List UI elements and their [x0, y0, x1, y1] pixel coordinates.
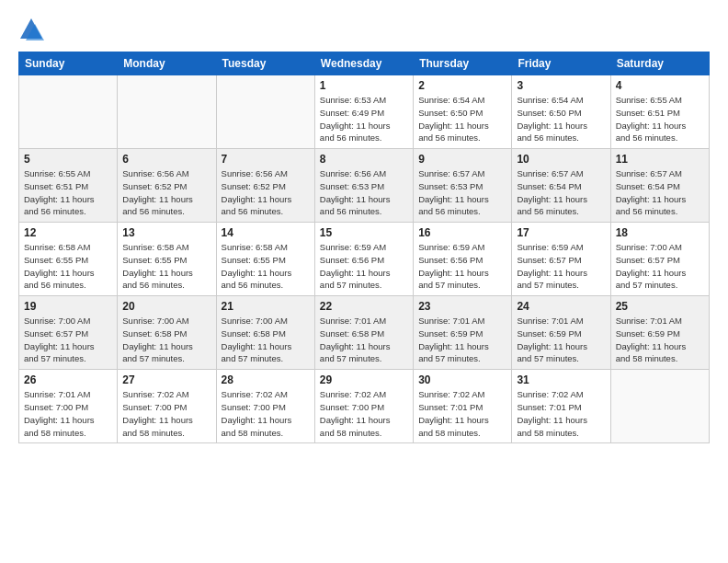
calendar-cell: 30Sunrise: 7:02 AMSunset: 7:01 PMDayligh… [414, 370, 512, 443]
calendar-cell: 25Sunrise: 7:01 AMSunset: 6:59 PMDayligh… [610, 296, 709, 370]
day-number: 2 [418, 79, 506, 92]
weekday-header-saturday: Saturday [610, 52, 709, 75]
calendar-cell: 17Sunrise: 6:59 AMSunset: 6:57 PMDayligh… [512, 223, 610, 296]
day-info: Sunrise: 6:56 AMSunset: 6:52 PMDaylight:… [122, 167, 210, 218]
calendar-week-1: 1Sunrise: 6:53 AMSunset: 6:49 PMDaylight… [19, 75, 710, 149]
calendar-cell: 20Sunrise: 7:00 AMSunset: 6:58 PMDayligh… [118, 296, 216, 370]
day-number: 24 [517, 300, 605, 313]
day-number: 23 [418, 300, 506, 313]
day-info: Sunrise: 7:02 AMSunset: 7:01 PMDaylight:… [418, 388, 506, 439]
day-number: 14 [222, 226, 310, 239]
weekday-header-tuesday: Tuesday [216, 52, 314, 75]
header [18, 17, 710, 42]
calendar-cell: 11Sunrise: 6:57 AMSunset: 6:54 PMDayligh… [610, 149, 709, 223]
day-number: 16 [418, 226, 506, 239]
day-info: Sunrise: 7:02 AMSunset: 7:00 PMDaylight:… [122, 388, 210, 439]
calendar-cell: 8Sunrise: 6:56 AMSunset: 6:53 PMDaylight… [314, 149, 413, 223]
calendar-cell: 2Sunrise: 6:54 AMSunset: 6:50 PMDaylight… [414, 75, 512, 149]
calendar-cell: 19Sunrise: 7:00 AMSunset: 6:57 PMDayligh… [19, 296, 118, 370]
day-info: Sunrise: 7:02 AMSunset: 7:00 PMDaylight:… [222, 388, 310, 439]
weekday-header-wednesday: Wednesday [314, 52, 413, 75]
day-number: 26 [24, 373, 112, 386]
day-info: Sunrise: 6:59 AMSunset: 6:57 PMDaylight:… [517, 241, 605, 292]
calendar-week-5: 26Sunrise: 7:01 AMSunset: 7:00 PMDayligh… [19, 370, 710, 443]
calendar-cell: 9Sunrise: 6:57 AMSunset: 6:53 PMDaylight… [414, 149, 512, 223]
day-number: 1 [320, 79, 408, 92]
day-number: 15 [320, 226, 408, 239]
logo [18, 17, 48, 42]
calendar-cell: 13Sunrise: 6:58 AMSunset: 6:55 PMDayligh… [118, 223, 216, 296]
day-number: 25 [616, 300, 704, 313]
logo-icon [18, 17, 44, 42]
calendar-cell [19, 75, 118, 149]
calendar-cell: 29Sunrise: 7:02 AMSunset: 7:00 PMDayligh… [314, 370, 413, 443]
calendar-cell: 5Sunrise: 6:55 AMSunset: 6:51 PMDaylight… [19, 149, 118, 223]
weekday-header-friday: Friday [512, 52, 610, 75]
day-number: 28 [222, 373, 310, 386]
calendar-week-3: 12Sunrise: 6:58 AMSunset: 6:55 PMDayligh… [19, 223, 710, 296]
calendar-cell: 23Sunrise: 7:01 AMSunset: 6:59 PMDayligh… [414, 296, 512, 370]
day-number: 7 [222, 153, 310, 166]
calendar-cell: 12Sunrise: 6:58 AMSunset: 6:55 PMDayligh… [19, 223, 118, 296]
day-info: Sunrise: 7:00 AMSunset: 6:58 PMDaylight:… [122, 315, 210, 365]
day-info: Sunrise: 6:53 AMSunset: 6:49 PMDaylight:… [320, 94, 408, 144]
day-number: 9 [418, 153, 506, 166]
day-number: 13 [122, 226, 210, 239]
day-info: Sunrise: 6:54 AMSunset: 6:50 PMDaylight:… [517, 94, 605, 144]
day-number: 5 [24, 153, 112, 166]
calendar-week-2: 5Sunrise: 6:55 AMSunset: 6:51 PMDaylight… [19, 149, 710, 223]
day-info: Sunrise: 6:57 AMSunset: 6:54 PMDaylight:… [517, 167, 605, 218]
day-number: 17 [517, 226, 605, 239]
calendar-cell: 15Sunrise: 6:59 AMSunset: 6:56 PMDayligh… [314, 223, 413, 296]
day-info: Sunrise: 6:57 AMSunset: 6:54 PMDaylight:… [616, 167, 704, 218]
calendar-cell: 16Sunrise: 6:59 AMSunset: 6:56 PMDayligh… [414, 223, 512, 296]
day-number: 31 [517, 373, 605, 386]
weekday-header-sunday: Sunday [19, 52, 118, 75]
day-info: Sunrise: 6:55 AMSunset: 6:51 PMDaylight:… [616, 94, 704, 144]
day-number: 12 [24, 226, 112, 239]
day-info: Sunrise: 6:59 AMSunset: 6:56 PMDaylight:… [418, 241, 506, 292]
calendar-table: SundayMondayTuesdayWednesdayThursdayFrid… [18, 52, 710, 443]
day-info: Sunrise: 7:01 AMSunset: 7:00 PMDaylight:… [24, 388, 112, 439]
day-number: 18 [616, 226, 704, 239]
calendar-cell: 18Sunrise: 7:00 AMSunset: 6:57 PMDayligh… [610, 223, 709, 296]
calendar-cell: 6Sunrise: 6:56 AMSunset: 6:52 PMDaylight… [118, 149, 216, 223]
day-number: 27 [122, 373, 210, 386]
calendar-cell: 22Sunrise: 7:01 AMSunset: 6:58 PMDayligh… [314, 296, 413, 370]
day-number: 19 [24, 300, 112, 313]
calendar-cell: 14Sunrise: 6:58 AMSunset: 6:55 PMDayligh… [216, 223, 314, 296]
calendar-cell: 31Sunrise: 7:02 AMSunset: 7:01 PMDayligh… [512, 370, 610, 443]
calendar-cell: 26Sunrise: 7:01 AMSunset: 7:00 PMDayligh… [19, 370, 118, 443]
calendar-cell: 1Sunrise: 6:53 AMSunset: 6:49 PMDaylight… [314, 75, 413, 149]
calendar-cell: 28Sunrise: 7:02 AMSunset: 7:00 PMDayligh… [216, 370, 314, 443]
weekday-header-monday: Monday [118, 52, 216, 75]
day-number: 20 [122, 300, 210, 313]
calendar-cell: 27Sunrise: 7:02 AMSunset: 7:00 PMDayligh… [118, 370, 216, 443]
day-info: Sunrise: 7:00 AMSunset: 6:57 PMDaylight:… [616, 241, 704, 292]
day-info: Sunrise: 7:00 AMSunset: 6:57 PMDaylight:… [24, 315, 112, 365]
day-number: 6 [122, 153, 210, 166]
day-number: 4 [616, 79, 704, 92]
header-row: SundayMondayTuesdayWednesdayThursdayFrid… [19, 52, 710, 75]
calendar-cell: 3Sunrise: 6:54 AMSunset: 6:50 PMDaylight… [512, 75, 610, 149]
day-number: 3 [517, 79, 605, 92]
day-info: Sunrise: 7:02 AMSunset: 7:01 PMDaylight:… [517, 388, 605, 439]
day-info: Sunrise: 7:00 AMSunset: 6:58 PMDaylight:… [222, 315, 310, 365]
day-info: Sunrise: 7:01 AMSunset: 6:59 PMDaylight:… [616, 315, 704, 365]
day-number: 10 [517, 153, 605, 166]
calendar-cell: 21Sunrise: 7:00 AMSunset: 6:58 PMDayligh… [216, 296, 314, 370]
day-info: Sunrise: 7:01 AMSunset: 6:58 PMDaylight:… [320, 315, 408, 365]
calendar-cell: 7Sunrise: 6:56 AMSunset: 6:52 PMDaylight… [216, 149, 314, 223]
day-info: Sunrise: 6:57 AMSunset: 6:53 PMDaylight:… [418, 167, 506, 218]
calendar-cell: 4Sunrise: 6:55 AMSunset: 6:51 PMDaylight… [610, 75, 709, 149]
calendar-week-4: 19Sunrise: 7:00 AMSunset: 6:57 PMDayligh… [19, 296, 710, 370]
day-info: Sunrise: 7:01 AMSunset: 6:59 PMDaylight:… [418, 315, 506, 365]
weekday-header-thursday: Thursday [414, 52, 512, 75]
day-number: 11 [616, 153, 704, 166]
day-info: Sunrise: 6:59 AMSunset: 6:56 PMDaylight:… [320, 241, 408, 292]
calendar-cell: 24Sunrise: 7:01 AMSunset: 6:59 PMDayligh… [512, 296, 610, 370]
day-number: 22 [320, 300, 408, 313]
calendar-cell [216, 75, 314, 149]
page: SundayMondayTuesdayWednesdayThursdayFrid… [0, 0, 728, 563]
day-info: Sunrise: 6:54 AMSunset: 6:50 PMDaylight:… [418, 94, 506, 144]
